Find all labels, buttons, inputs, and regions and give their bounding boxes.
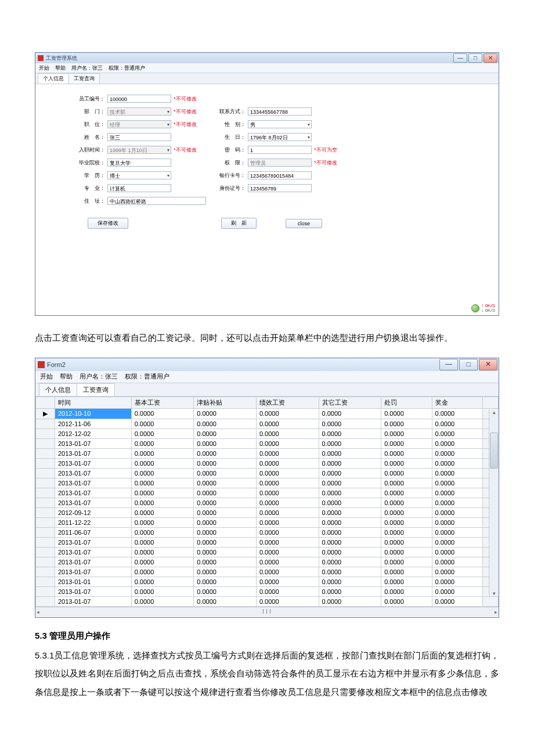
table-cell[interactable]: 0.0000 — [194, 586, 257, 596]
table-cell[interactable]: 2013-01-07 — [55, 468, 132, 478]
table-cell[interactable]: 0.0000 — [194, 527, 257, 537]
table-cell[interactable]: 0.0000 — [256, 547, 319, 557]
table-cell[interactable]: 2013-01-07 — [55, 537, 132, 547]
table-cell[interactable]: 0.0000 — [131, 498, 194, 507]
pos-select[interactable]: 经理 — [107, 120, 171, 128]
table-cell[interactable]: 0.0000 — [381, 478, 432, 488]
table-cell[interactable]: 0.0000 — [381, 557, 432, 567]
column-header[interactable]: 基本工资 — [131, 397, 194, 408]
table-cell[interactable]: 0.0000 — [432, 577, 482, 586]
table-cell[interactable]: 0.0000 — [319, 547, 381, 557]
table-cell[interactable]: 0.0000 — [256, 478, 319, 488]
table-cell[interactable]: 0.0000 — [194, 448, 257, 458]
table-cell[interactable]: 0.0000 — [432, 438, 482, 448]
table-cell[interactable]: 0.0000 — [432, 458, 482, 468]
table-row[interactable]: 2013-01-070.00000.00000.00000.00000.0000… — [36, 448, 499, 458]
table-cell[interactable]: 0.0000 — [432, 557, 482, 567]
table-cell[interactable]: 2013-01-07 — [55, 596, 132, 606]
gender-select[interactable]: 男 — [248, 120, 312, 128]
table-cell[interactable]: 0.0000 — [131, 547, 194, 557]
table-cell[interactable]: 0.0000 — [319, 448, 381, 458]
table-cell[interactable]: 0.0000 — [256, 557, 319, 567]
major-field[interactable]: 计算机 — [107, 184, 171, 192]
menu-help[interactable]: 帮助 — [55, 64, 66, 72]
table-cell[interactable]: 0.0000 — [256, 458, 319, 468]
menu-help-2[interactable]: 帮助 — [60, 372, 73, 381]
table-cell[interactable]: 0.0000 — [319, 468, 381, 478]
table-cell[interactable]: 0.0000 — [432, 517, 482, 527]
close-icon[interactable]: ✕ — [484, 53, 497, 63]
table-cell[interactable]: 0.0000 — [319, 438, 381, 448]
table-cell[interactable]: 0.0000 — [319, 488, 381, 498]
school-field[interactable]: 复旦大学 — [107, 159, 171, 167]
table-cell[interactable]: 0.0000 — [256, 408, 319, 419]
table-cell[interactable]: 0.0000 — [432, 448, 482, 458]
table-cell[interactable]: 0.0000 — [381, 547, 432, 557]
vertical-scrollbar[interactable]: ▴ ▾ — [489, 409, 499, 596]
table-cell[interactable]: 2013-01-07 — [55, 547, 132, 557]
table-cell[interactable]: 0.0000 — [131, 438, 194, 448]
table-cell[interactable]: 2012-11-06 — [55, 419, 132, 429]
table-cell[interactable]: 0.0000 — [194, 567, 257, 577]
table-cell[interactable]: 0.0000 — [319, 567, 381, 577]
menu-start[interactable]: 开始 — [39, 64, 49, 72]
table-cell[interactable]: 2013-01-07 — [55, 567, 132, 577]
table-cell[interactable]: 0.0000 — [131, 577, 194, 586]
refresh-button[interactable]: 刷 新 — [221, 218, 257, 229]
table-cell[interactable]: 0.0000 — [432, 507, 482, 517]
table-row[interactable]: 2013-01-070.00000.00000.00000.00000.0000… — [36, 537, 499, 547]
table-cell[interactable]: 0.0000 — [256, 429, 319, 438]
table-cell[interactable]: 0.0000 — [256, 419, 319, 429]
table-row[interactable]: 2013-01-070.00000.00000.00000.00000.0000… — [36, 586, 499, 596]
table-cell[interactable]: 0.0000 — [131, 596, 194, 606]
table-row[interactable]: 2011-12-220.00000.00000.00000.00000.0000… — [36, 517, 499, 527]
minimize-icon[interactable]: — — [439, 359, 458, 370]
table-cell[interactable]: 0.0000 — [194, 547, 257, 557]
table-cell[interactable]: 2013-01-07 — [55, 458, 132, 468]
table-cell[interactable]: 0.0000 — [131, 468, 194, 478]
table-cell[interactable]: 0.0000 — [381, 586, 432, 596]
table-cell[interactable]: 0.0000 — [319, 527, 381, 537]
table-cell[interactable]: 0.0000 — [131, 567, 194, 577]
menu-start-2[interactable]: 开始 — [40, 372, 53, 381]
table-cell[interactable]: 0.0000 — [319, 596, 381, 606]
scroll-thumb[interactable] — [490, 433, 498, 469]
table-cell[interactable]: 2011-12-22 — [55, 517, 132, 527]
scroll-down-icon[interactable]: ▾ — [493, 591, 496, 596]
close-icon[interactable]: ✕ — [479, 359, 497, 370]
table-cell[interactable]: 0.0000 — [319, 507, 381, 517]
table-cell[interactable]: 0.0000 — [131, 537, 194, 547]
table-cell[interactable]: 0.0000 — [194, 468, 257, 478]
table-cell[interactable]: 0.0000 — [432, 429, 482, 438]
table-cell[interactable]: 0.0000 — [256, 438, 319, 448]
horizontal-scrollbar[interactable]: ◂ ⏐⏐⏐ ▸ — [35, 607, 499, 617]
table-cell[interactable]: 0.0000 — [256, 537, 319, 547]
table-cell[interactable]: 0.0000 — [131, 507, 194, 517]
table-cell[interactable]: 0.0000 — [432, 547, 482, 557]
scroll-left-icon[interactable]: ◂ — [37, 609, 39, 615]
table-row[interactable]: 2013-01-070.00000.00000.00000.00000.0000… — [36, 468, 499, 478]
table-row[interactable]: 2013-01-070.00000.00000.00000.00000.0000… — [36, 458, 499, 468]
table-cell[interactable]: 0.0000 — [194, 478, 257, 488]
table-cell[interactable]: 0.0000 — [256, 448, 319, 458]
table-cell[interactable]: 0.0000 — [381, 567, 432, 577]
table-cell[interactable]: 0.0000 — [131, 527, 194, 537]
table-cell[interactable]: 0.0000 — [432, 498, 482, 507]
table-cell[interactable]: 0.0000 — [381, 577, 432, 586]
table-cell[interactable]: 0.0000 — [381, 458, 432, 468]
table-cell[interactable]: 0.0000 — [381, 419, 432, 429]
table-cell[interactable]: 0.0000 — [432, 408, 482, 419]
table-cell[interactable]: 0.0000 — [432, 537, 482, 547]
table-cell[interactable]: 0.0000 — [381, 429, 432, 438]
table-cell[interactable]: 0.0000 — [256, 567, 319, 577]
tab-personal-2[interactable]: 个人信息 — [39, 383, 77, 396]
table-cell[interactable]: 0.0000 — [432, 527, 482, 537]
table-cell[interactable]: 0.0000 — [319, 458, 381, 468]
table-cell[interactable]: 0.0000 — [381, 527, 432, 537]
table-cell[interactable]: 2013-01-07 — [55, 448, 132, 458]
table-cell[interactable]: 0.0000 — [194, 488, 257, 498]
table-cell[interactable]: 0.0000 — [256, 577, 319, 586]
table-row[interactable]: ▶2012-10-100.00000.00000.00000.00000.000… — [36, 408, 499, 419]
table-cell[interactable]: 0.0000 — [131, 408, 194, 419]
table-cell[interactable]: 0.0000 — [256, 527, 319, 537]
